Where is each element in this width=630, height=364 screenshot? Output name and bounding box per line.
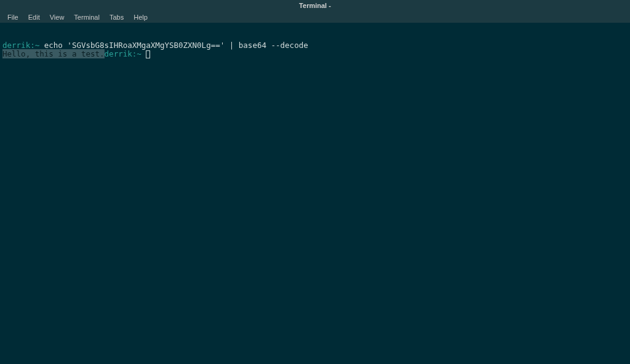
menubar: File Edit View Terminal Tabs Help <box>0 11 630 23</box>
command-text: echo 'SGVsbG8sIHRoaXMgaXMgYSB0ZXN0Lg==' … <box>39 41 308 50</box>
command-output: Hello, this is a test. <box>2 49 105 58</box>
cursor <box>146 50 150 58</box>
menu-edit[interactable]: Edit <box>23 12 45 22</box>
prompt: derrik:~ <box>2 41 39 50</box>
menu-view[interactable]: View <box>45 12 70 22</box>
terminal-output-area[interactable]: derrik:~ echo 'SGVsbG8sIHRoaXMgaXMgYSB0Z… <box>0 23 630 68</box>
window-titlebar: Terminal - <box>0 0 630 11</box>
terminal-line: Hello, this is a test.derrik:~ <box>2 50 628 58</box>
menu-file[interactable]: File <box>2 12 23 22</box>
menu-terminal[interactable]: Terminal <box>69 12 105 22</box>
terminal-line: derrik:~ echo 'SGVsbG8sIHRoaXMgaXMgYSB0Z… <box>2 41 628 50</box>
prompt: derrik:~ <box>105 49 146 58</box>
menu-tabs[interactable]: Tabs <box>105 12 129 22</box>
menu-help[interactable]: Help <box>129 12 153 22</box>
window-title: Terminal - <box>299 2 331 9</box>
